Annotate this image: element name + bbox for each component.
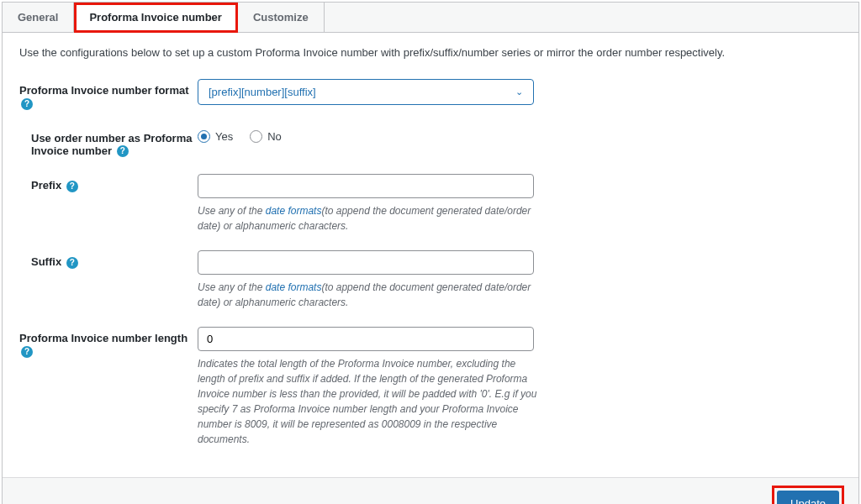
label-prefix: Prefix ? [19, 174, 198, 192]
prefix-input[interactable] [198, 174, 534, 198]
select-number-format[interactable]: [prefix][number][suffix] ⌄ [198, 79, 534, 105]
row-suffix: Suffix ? Use any of the date formats(to … [19, 250, 842, 310]
radio-no[interactable]: No [250, 130, 282, 143]
label-number-format: Proforma Invoice number format ? [19, 79, 198, 110]
update-button-highlight: Update [774, 488, 842, 504]
settings-container: General Proforma Invoice number Customiz… [2, 2, 859, 504]
radio-yes[interactable]: Yes [198, 130, 233, 143]
label-number-length: Proforma Invoice number length ? [19, 327, 198, 358]
suffix-helper: Use any of the date formats(to append th… [198, 280, 542, 310]
help-icon[interactable]: ? [66, 257, 78, 269]
radio-icon [250, 130, 262, 143]
date-formats-link[interactable]: date formats [266, 205, 322, 217]
prefix-helper: Use any of the date formats(to append th… [198, 203, 542, 234]
help-icon[interactable]: ? [117, 145, 129, 157]
radio-label-yes: Yes [215, 130, 233, 143]
radio-group-use-order: Yes No [198, 127, 542, 143]
update-button[interactable]: Update [777, 491, 839, 504]
row-use-order-number: Use order number as Proforma Invoice num… [19, 127, 842, 158]
length-input[interactable] [198, 327, 534, 351]
label-use-order-number: Use order number as Proforma Invoice num… [19, 127, 198, 158]
length-helper: Indicates the total length of the Profor… [198, 356, 542, 447]
chevron-down-icon: ⌄ [515, 87, 523, 97]
row-number-length: Proforma Invoice number length ? Indicat… [19, 327, 842, 447]
row-number-format: Proforma Invoice number format ? [prefix… [19, 79, 842, 110]
suffix-input[interactable] [198, 250, 534, 275]
date-formats-link[interactable]: date formats [266, 281, 322, 293]
row-prefix: Prefix ? Use any of the date formats(to … [19, 174, 842, 234]
label-suffix: Suffix ? [19, 250, 198, 269]
tab-customize[interactable]: Customize [238, 3, 325, 32]
intro-text: Use the configurations below to set up a… [19, 46, 842, 59]
footer-bar: Update [3, 477, 858, 504]
help-icon[interactable]: ? [21, 98, 33, 110]
radio-icon [198, 130, 210, 143]
tab-proforma-invoice-number[interactable]: Proforma Invoice number [74, 3, 237, 33]
tab-content: Use the configurations below to set up a… [3, 33, 858, 477]
select-value: [prefix][number][suffix] [209, 86, 316, 98]
tab-general[interactable]: General [3, 3, 74, 32]
help-icon[interactable]: ? [66, 181, 78, 192]
radio-label-no: No [267, 130, 282, 143]
tabs-bar: General Proforma Invoice number Customiz… [3, 3, 858, 33]
help-icon[interactable]: ? [21, 346, 33, 358]
